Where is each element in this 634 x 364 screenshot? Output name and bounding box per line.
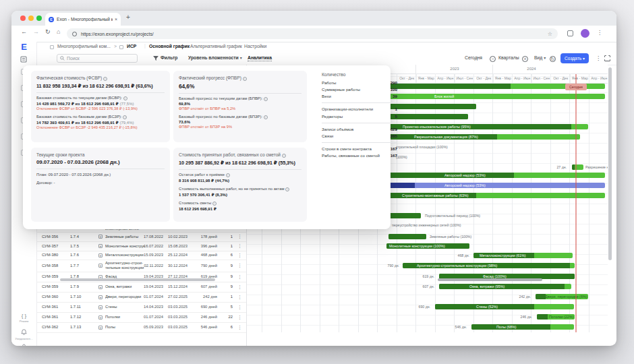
info-icon[interactable]: i: [123, 115, 127, 119]
expand-icon[interactable]: +: [98, 264, 103, 268]
create-button[interactable]: Создать ▾: [560, 53, 589, 63]
traffic-minimize-button[interactable]: [28, 16, 34, 21]
expand-icon[interactable]: +: [98, 305, 103, 309]
table-row[interactable]: СУМ-3591.7.9+Окна, витражи19.04.202315.1…: [36, 282, 246, 293]
more-menu-icon[interactable]: ⋮: [596, 55, 601, 61]
info-icon[interactable]: i: [212, 202, 217, 206]
forward-icon[interactable]: →: [33, 28, 39, 35]
fullscreen-icon[interactable]: [604, 55, 610, 61]
filter-button[interactable]: Фильтр: [161, 55, 177, 60]
task-wbs: 1.7.7: [70, 264, 79, 268]
row-menu-icon[interactable]: ⋮: [237, 243, 242, 249]
info-icon[interactable]: i: [103, 77, 107, 81]
expand-icon[interactable]: +: [98, 253, 103, 257]
reload-icon[interactable]: ↻: [45, 28, 51, 35]
new-tab-button[interactable]: +: [126, 13, 130, 21]
zoom-in-icon[interactable]: +: [522, 55, 528, 62]
task-end-date: 03.03.2025: [166, 315, 188, 319]
row-menu-icon[interactable]: ⋮: [237, 315, 242, 320]
site-info-icon[interactable]: [72, 32, 77, 36]
browser-window: E Exon - Многопрофильный к... × + ← → ↻ …: [11, 11, 616, 346]
gantt-horizontal-scrollbar[interactable]: [438, 278, 542, 281]
expand-icon[interactable]: +: [98, 326, 103, 330]
address-bar[interactable]: https://exon.exonproject.ru/projects/ ☆: [67, 28, 558, 39]
history-icon[interactable]: ↻: [550, 55, 556, 62]
tab-settings[interactable]: Настройки: [244, 44, 266, 49]
breadcrumb-project[interactable]: Многопрофильный ком...: [57, 44, 111, 49]
table-row[interactable]: СУМ-3621.7.13+Полы05.09.202303.03.202554…: [36, 322, 246, 333]
table-row[interactable]: СУМ-3571.7.5+Монолитные конструкц...16.0…: [36, 241, 246, 251]
task-duration: 546 дней: [192, 325, 217, 329]
gantt-bar[interactable]: [572, 164, 583, 170]
gantt-bar[interactable]: [439, 284, 571, 289]
quarters-scale-button[interactable]: Кварталы: [498, 55, 519, 60]
breadcrumb-section[interactable]: ИСР: [127, 44, 136, 49]
task-wbs: 1.7.11: [70, 305, 81, 309]
sidebar-item-режим[interactable]: { }Режим: [11, 313, 36, 323]
row-menu-icon[interactable]: ⋮: [237, 234, 242, 239]
table-row[interactable]: СУМ-3561.7.4+Земляные работы17.08.202210…: [36, 232, 246, 242]
today-button[interactable]: Сегодня: [465, 55, 482, 60]
task-end-date: 03.03.2025: [166, 325, 188, 329]
analytics-button[interactable]: Аналитика: [248, 55, 272, 61]
sidebar-item-label: Режим: [11, 320, 36, 323]
table-row[interactable]: СУМ-3601.7.10+Двери, перегородки01.07.20…: [36, 292, 246, 303]
task-id: СУМ-356: [42, 235, 58, 239]
row-menu-icon[interactable]: ⋮: [237, 253, 242, 258]
table-row[interactable]: СУМ-3611.7.12+Потолки01.07.202403.03.202…: [36, 312, 246, 323]
info-icon[interactable]: i: [282, 154, 286, 158]
browser-tab[interactable]: E Exon - Многопрофильный к... ×: [45, 13, 121, 26]
gantt-bar[interactable]: [471, 324, 574, 330]
expand-icon[interactable]: +: [98, 285, 103, 289]
table-row[interactable]: СУМ-3581.7.7+Архитектурно-строи-тельные …: [36, 260, 246, 272]
bookmark-star-icon[interactable]: ☆: [548, 31, 552, 37]
traffic-close-button[interactable]: [20, 16, 26, 21]
row-menu-icon[interactable]: ⋮: [237, 284, 242, 290]
info-icon[interactable]: i: [243, 77, 247, 81]
base-progress-label: Базовый прогресс по текущим датам (БПВР)…: [179, 96, 301, 101]
info-icon[interactable]: i: [264, 115, 268, 119]
row-menu-icon[interactable]: ⋮: [237, 263, 242, 268]
row-menu-icon[interactable]: ⋮: [237, 295, 242, 300]
search-input[interactable]: Поиск: [57, 54, 138, 63]
gantt-bar[interactable]: [435, 304, 574, 309]
gantt-bar-label: Строительно-монтажные работы (63%): [402, 193, 469, 198]
info-icon[interactable]: i: [123, 96, 127, 100]
table-horizontal-scrollbar[interactable]: [60, 278, 215, 281]
tab-main-schedule[interactable]: Основной график: [149, 44, 190, 49]
project-icon[interactable]: [20, 53, 28, 61]
profile-avatar[interactable]: [581, 29, 589, 38]
traffic-zoom-button[interactable]: [36, 16, 42, 21]
sidebar-item-аккаунт[interactable]: Аккаунт: [11, 344, 36, 346]
info-icon[interactable]: i: [226, 173, 230, 177]
timeline-quarter: Апр - Июн: [512, 73, 532, 83]
tab-alt-schedule[interactable]: Альтернативный график: [190, 44, 242, 49]
extensions-icon[interactable]: [567, 30, 573, 36]
count-row: Редакторы5: [322, 114, 397, 119]
back-icon[interactable]: ←: [21, 28, 27, 35]
expand-icon[interactable]: +: [98, 295, 103, 299]
close-tab-icon[interactable]: ×: [115, 17, 117, 22]
expand-icon[interactable]: +: [98, 315, 103, 320]
expand-icon[interactable]: +: [98, 244, 103, 248]
row-menu-icon[interactable]: ⋮: [237, 325, 242, 330]
vertical-scrollbar[interactable]: [608, 67, 612, 260]
browser-menu-icon[interactable]: ⋮: [597, 30, 602, 36]
info-icon[interactable]: i: [264, 97, 268, 101]
nesting-level-button[interactable]: Уровень вложенности ▾: [188, 55, 242, 60]
row-menu-icon[interactable]: ⋮: [237, 305, 242, 310]
task-start-date: 14.04.2023: [141, 305, 163, 309]
sidebar-item-уведомлен[interactable]: Уведомлен...: [11, 329, 36, 340]
gantt-duration-label: 246 дн.: [521, 315, 532, 319]
dates-title: Текущие сроки проекта: [36, 152, 165, 157]
table-row[interactable]: СУМ-3801.7.6+Металлоконструкции15.09.202…: [36, 251, 246, 260]
gantt-bar[interactable]: [388, 234, 426, 239]
row-menu-icon[interactable]: ⋮: [237, 274, 242, 280]
info-icon[interactable]: i: [285, 187, 289, 191]
zoom-out-icon[interactable]: −: [490, 55, 496, 62]
expand-icon[interactable]: +: [98, 235, 103, 239]
view-button[interactable]: Вид ▾: [534, 55, 546, 60]
home-icon[interactable]: ⌂: [57, 28, 60, 35]
task-name: Потолки: [105, 315, 144, 319]
table-row[interactable]: СУМ-3611.7.11+Стены14.04.202303.03.20256…: [36, 302, 246, 313]
